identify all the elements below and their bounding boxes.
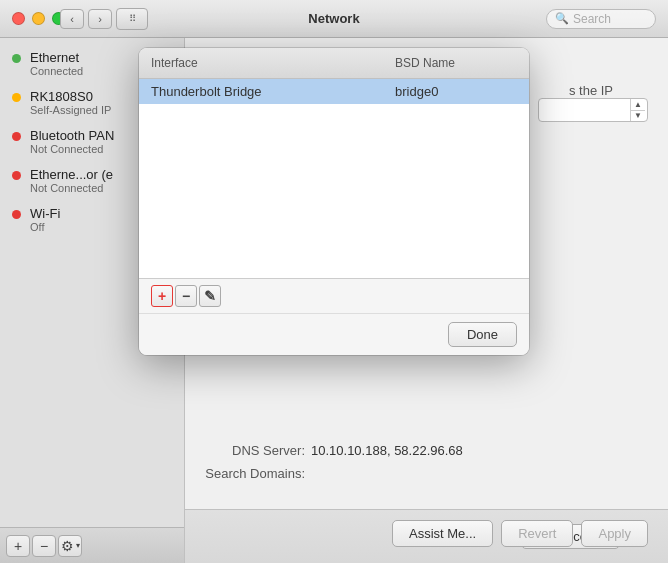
minimize-button[interactable] bbox=[32, 12, 45, 25]
dialog-edit-button[interactable]: ✎ bbox=[199, 285, 221, 307]
search-box[interactable]: 🔍 Search bbox=[546, 9, 656, 29]
dialog-remove-button[interactable]: − bbox=[175, 285, 197, 307]
dialog-header: Interface BSD Name bbox=[139, 48, 529, 79]
cell-bsd: bridge0 bbox=[395, 84, 517, 99]
grid-icon: ⠿ bbox=[129, 13, 136, 24]
dialog-table: Thunderbolt Bridge bridge0 bbox=[139, 79, 529, 279]
col-interface-header: Interface bbox=[151, 56, 395, 70]
window-controls bbox=[12, 12, 65, 25]
nav-buttons: ‹ › bbox=[60, 9, 112, 29]
done-button[interactable]: Done bbox=[448, 322, 517, 347]
table-row[interactable]: Thunderbolt Bridge bridge0 bbox=[139, 79, 529, 104]
grid-button[interactable]: ⠿ bbox=[116, 8, 148, 30]
back-button[interactable]: ‹ bbox=[60, 9, 84, 29]
dialog-toolbar: + − ✎ bbox=[139, 279, 529, 313]
window-title: Network bbox=[308, 11, 359, 26]
close-button[interactable] bbox=[12, 12, 25, 25]
cell-interface: Thunderbolt Bridge bbox=[151, 84, 395, 99]
titlebar: ‹ › ⠿ Network 🔍 Search bbox=[0, 0, 668, 38]
forward-button[interactable]: › bbox=[88, 9, 112, 29]
search-icon: 🔍 bbox=[555, 12, 569, 25]
interface-dialog: Interface BSD Name Thunderbolt Bridge br… bbox=[139, 48, 529, 355]
dialog-add-button[interactable]: + bbox=[151, 285, 173, 307]
col-bsd-header: BSD Name bbox=[395, 56, 517, 70]
dialog-footer: Done bbox=[139, 313, 529, 355]
dialog-overlay: Interface BSD Name Thunderbolt Bridge br… bbox=[0, 38, 668, 563]
search-placeholder: Search bbox=[573, 12, 611, 26]
